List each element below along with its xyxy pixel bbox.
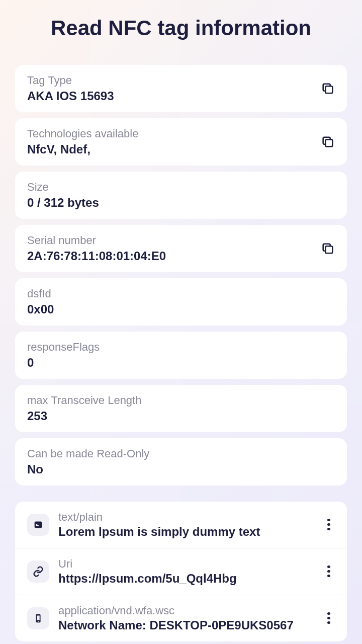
info-list: Tag TypeAKA IOS 15693 Technologies avail… [15, 65, 347, 486]
info-value: 253 [27, 409, 335, 423]
info-label: Technologies available [27, 127, 321, 140]
device-icon [27, 607, 49, 629]
copy-icon[interactable] [321, 135, 335, 149]
record-type: text/plain [58, 511, 317, 524]
info-value: NfcV, Ndef, [27, 142, 321, 156]
info-card: max Transceive Length253 [15, 385, 347, 432]
info-card-content: Size0 / 312 bytes [27, 181, 335, 210]
info-value: 0 [27, 356, 335, 370]
info-card-content: Tag TypeAKA IOS 15693 [27, 74, 321, 103]
info-card-content: Serial number2A:76:78:11:08:01:04:E0 [27, 234, 321, 263]
svg-rect-7 [37, 615, 40, 620]
info-card-content: Can be made Read-OnlyNo [27, 447, 335, 476]
info-card: Size0 / 312 bytes [15, 172, 347, 219]
record-value: Network Name: DESKTOP-0PE9UKS0567 [58, 618, 317, 632]
info-card-content: Technologies availableNfcV, Ndef, [27, 127, 321, 156]
svg-point-8 [38, 621, 39, 622]
info-label: max Transceive Length [27, 394, 335, 407]
copy-icon[interactable] [321, 82, 335, 96]
svg-rect-0 [325, 86, 332, 93]
info-card: Can be made Read-OnlyNo [15, 438, 347, 486]
svg-rect-2 [325, 246, 332, 253]
info-label: Size [27, 181, 335, 194]
record-row: application/vnd.wfa.wscNetwork Name: DES… [15, 595, 347, 641]
info-card: dsfId0x00 [15, 278, 347, 326]
record-type: Uri [58, 557, 317, 571]
more-icon[interactable] [323, 519, 335, 531]
info-card: Tag TypeAKA IOS 15693 [15, 65, 347, 112]
record-value: Lorem Ipsum is simply dummy text [58, 525, 317, 539]
record-row: text/plainLorem Ipsum is simply dummy te… [15, 502, 347, 548]
info-card-content: max Transceive Length253 [27, 394, 335, 423]
info-value: 0x00 [27, 302, 335, 316]
page-title: Read NFC tag information [15, 15, 347, 42]
link-icon [27, 560, 49, 583]
records-list: text/plainLorem Ipsum is simply dummy te… [15, 502, 347, 641]
info-value: AKA IOS 15693 [27, 89, 321, 103]
info-value: No [27, 462, 335, 476]
more-icon[interactable] [323, 612, 335, 624]
record-row: Urihttps://Ipsum.com/5u_Qql4Hbg [15, 548, 347, 595]
record-type: application/vnd.wfa.wsc [58, 604, 317, 617]
svg-rect-5 [36, 525, 39, 526]
info-label: Can be made Read-Only [27, 447, 335, 460]
info-card: Serial number2A:76:78:11:08:01:04:E0 [15, 225, 347, 272]
copy-icon[interactable] [321, 242, 335, 256]
svg-rect-4 [36, 524, 37, 525]
info-card-content: dsfId0x00 [27, 287, 335, 316]
info-label: Serial number [27, 234, 321, 247]
record-content: Urihttps://Ipsum.com/5u_Qql4Hbg [58, 557, 317, 586]
more-icon[interactable] [323, 566, 335, 578]
text-icon [27, 514, 49, 536]
info-value: 0 / 312 bytes [27, 196, 335, 210]
info-card-content: responseFlags0 [27, 341, 335, 370]
info-label: responseFlags [27, 341, 335, 354]
record-value: https://Ipsum.com/5u_Qql4Hbg [58, 572, 317, 586]
svg-rect-1 [325, 139, 332, 146]
info-label: dsfId [27, 287, 335, 300]
record-content: application/vnd.wfa.wscNetwork Name: DES… [58, 604, 317, 632]
info-card: Technologies availableNfcV, Ndef, [15, 118, 347, 166]
info-card: responseFlags0 [15, 332, 347, 379]
info-value: 2A:76:78:11:08:01:04:E0 [27, 249, 321, 263]
info-label: Tag Type [27, 74, 321, 87]
svg-rect-3 [35, 521, 42, 528]
record-content: text/plainLorem Ipsum is simply dummy te… [58, 511, 317, 539]
